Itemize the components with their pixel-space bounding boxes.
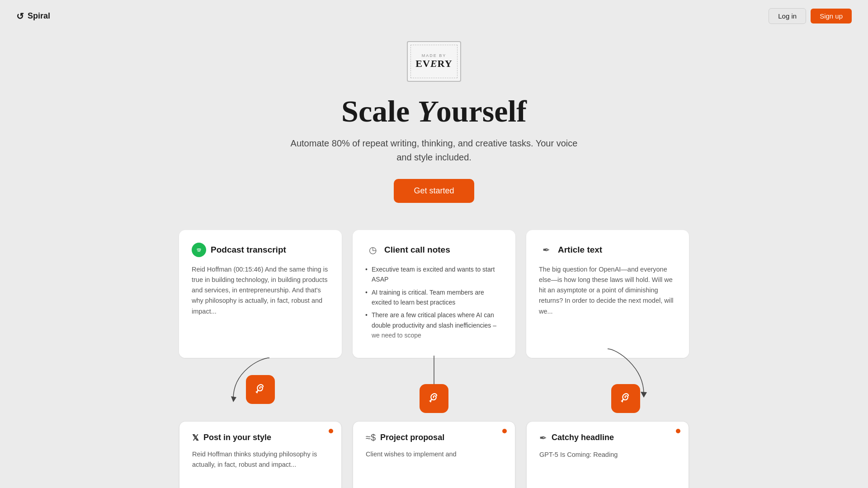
- arrow-col-right: [526, 358, 689, 421]
- signup-button[interactable]: Sign up: [811, 9, 852, 23]
- stamp-made-by: MADE BY: [422, 53, 447, 58]
- call-bullet-3: There are a few critical places where AI…: [365, 310, 503, 340]
- login-button[interactable]: Log in: [769, 8, 806, 24]
- proposal-icon: ≈$: [366, 432, 376, 443]
- arrow-col-center: [353, 358, 515, 421]
- headline-card-dot: [676, 429, 680, 433]
- proposal-card: ≈$ Project proposal Client wishes to imp…: [353, 421, 515, 488]
- post-card: 𝕏 Post in your style Reid Hoffman thinks…: [179, 421, 342, 488]
- article-card: ✒ Article text The big question for Open…: [526, 230, 689, 358]
- call-bullet-2: AI training is critical. Team members ar…: [365, 287, 503, 308]
- podcast-card-body: Reid Hoffman (00:15:46) And the same thi…: [192, 264, 329, 317]
- stamp-brand: EVERY: [415, 58, 452, 70]
- headline-card-title: Catchy headline: [552, 433, 614, 442]
- proposal-card-body: Client wishes to implement and: [366, 449, 502, 460]
- headline-icon: ✒: [539, 432, 547, 443]
- post-card-dot: [329, 429, 333, 433]
- post-card-body: Reid Hoffman thinks studying philosophy …: [192, 449, 329, 470]
- proposal-card-dot: [502, 429, 507, 433]
- hero-section: MADE BY EVERY Scale Yourself Automate 80…: [0, 32, 868, 221]
- get-started-button[interactable]: Get started: [394, 179, 474, 203]
- navbar: ↺ Spiral Log in Sign up: [0, 0, 868, 32]
- article-card-title: Article text: [558, 245, 602, 255]
- podcast-card-header: Podcast transcript: [192, 243, 329, 257]
- proposal-card-title: Project proposal: [380, 433, 444, 442]
- svg-marker-1: [231, 396, 236, 402]
- proposal-card-header: ≈$ Project proposal: [366, 432, 502, 443]
- call-bullet-1: Executive team is excited and wants to s…: [365, 264, 503, 285]
- article-icon: ✒: [539, 243, 553, 257]
- podcast-card: Podcast transcript Reid Hoffman (00:15:4…: [179, 230, 342, 358]
- hero-title-italic: Y: [417, 94, 436, 128]
- arrows-row: [140, 358, 728, 421]
- nav-buttons: Log in Sign up: [769, 8, 852, 24]
- hero-subtitle: Automate 80% of repeat writing, thinking…: [289, 136, 579, 164]
- logo-text: Spiral: [28, 11, 50, 21]
- call-icon: ◷: [365, 243, 380, 257]
- article-card-header: ✒ Article text: [539, 243, 676, 257]
- spiral-icon-right: [611, 384, 640, 413]
- headline-card-body: GPT-5 Is Coming: Reading: [539, 450, 676, 460]
- call-card: ◷ Client call notes Executive team is ex…: [353, 230, 515, 358]
- arrow-col-left: [179, 358, 342, 421]
- svg-marker-6: [641, 392, 647, 398]
- call-card-title: Client call notes: [384, 245, 450, 255]
- output-cards-row: 𝕏 Post in your style Reid Hoffman thinks…: [140, 421, 728, 488]
- headline-card: ✒ Catchy headline GPT-5 Is Coming: Readi…: [526, 421, 689, 488]
- input-cards-row: Podcast transcript Reid Hoffman (00:15:4…: [140, 221, 728, 358]
- logo[interactable]: ↺ Spiral: [16, 11, 50, 22]
- spiral-icon-left: [246, 375, 275, 404]
- post-card-header: 𝕏 Post in your style: [192, 432, 329, 443]
- call-card-body: Executive team is excited and wants to s…: [365, 264, 503, 341]
- x-icon: 𝕏: [192, 432, 199, 443]
- spiral-logo-icon: ↺: [16, 11, 24, 22]
- call-card-header: ◷ Client call notes: [365, 243, 503, 257]
- headline-card-header: ✒ Catchy headline: [539, 432, 676, 443]
- podcast-card-title: Podcast transcript: [211, 245, 286, 255]
- post-card-title: Post in your style: [203, 433, 271, 442]
- spotify-icon: [192, 243, 206, 257]
- hero-title: Scale Yourself: [341, 94, 527, 128]
- stamp-logo: MADE BY EVERY: [407, 41, 461, 82]
- spiral-icon-center: [420, 384, 448, 413]
- article-card-body: The big question for OpenAI—and everyone…: [539, 264, 676, 317]
